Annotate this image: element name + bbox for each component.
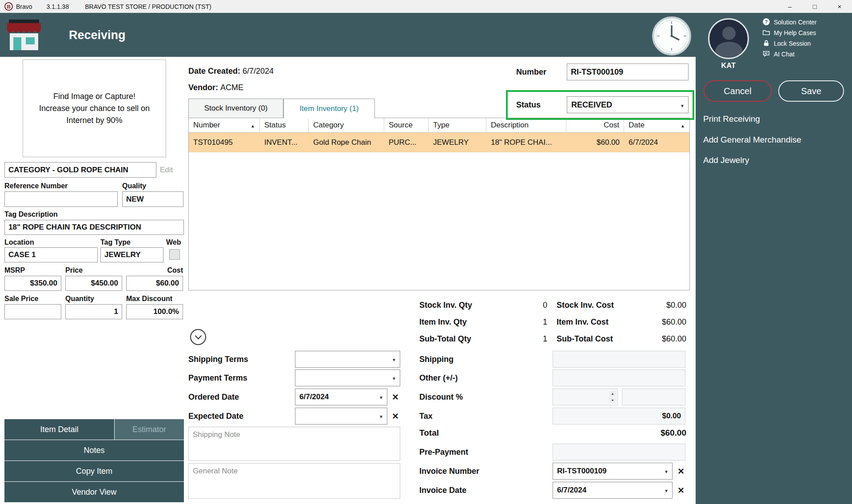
item-inv-cost-label: Item Inv. Cost (557, 317, 609, 327)
payment-terms-dropdown[interactable] (295, 369, 400, 386)
link-ai-chat[interactable]: AI Chat (762, 49, 795, 59)
tag-description-input[interactable] (4, 220, 184, 235)
sidebar-item-print-receiving[interactable]: Print Receiving (703, 114, 760, 124)
sidebar-item-add-general-merchandise[interactable]: Add General Merchandise (703, 135, 801, 145)
msrp-input[interactable] (4, 276, 61, 291)
receiving-number-input[interactable] (567, 63, 689, 80)
link-my-help-cases[interactable]: My Help Cases (762, 28, 816, 38)
status-dropdown[interactable]: RECEIVED (567, 96, 689, 113)
minimize-button[interactable]: – (777, 0, 802, 13)
shipping-note-textarea[interactable] (188, 427, 400, 461)
invoice-number-value: RI-TST000109 (557, 467, 607, 476)
clear-invoice-date-button[interactable] (676, 485, 686, 496)
quantity-input[interactable] (65, 304, 122, 319)
subtotal-qty-value: 1 (498, 334, 547, 344)
bravo-logo-icon: B (4, 2, 13, 11)
number-label: Number (516, 63, 546, 80)
link-label: My Help Cases (774, 29, 816, 36)
window-titlebar: B Bravo 3.1.1.38 BRAVO TEST STORE / PROD… (0, 0, 852, 13)
expected-date-dropdown[interactable] (295, 408, 387, 425)
column-header-source[interactable]: Source (384, 118, 429, 132)
date-created-row: Date Created: 6/7/2024 (188, 67, 274, 76)
image-capture-placeholder[interactable]: Find Image or Capture! Increase your cha… (23, 60, 166, 157)
clear-expected-date-button[interactable] (390, 411, 401, 421)
tag-type-input[interactable] (100, 247, 163, 262)
prepayment-input[interactable] (553, 444, 685, 460)
link-label: Solution Center (774, 19, 817, 26)
column-header-type[interactable]: Type (429, 118, 486, 132)
column-label: Date (629, 121, 645, 130)
discount-percent-stepper[interactable]: ▲ ▼ (553, 389, 618, 405)
other-input[interactable] (553, 369, 685, 386)
sidebar-item-add-jewelry[interactable]: Add Jewelry (703, 155, 749, 165)
item-inv-cost-value: $60.00 (635, 317, 686, 327)
cell-number: TST010495 (189, 133, 260, 152)
shipping-terms-label: Shipping Terms (188, 351, 248, 368)
location-label: Location (4, 238, 34, 246)
stock-inv-cost-value: $0.00 (635, 301, 686, 310)
tab-copy-item[interactable]: Copy Item (4, 461, 184, 481)
ordered-date-dropdown[interactable]: 6/7/2024 (295, 389, 387, 405)
link-solution-center[interactable]: ? Solution Center (762, 17, 817, 27)
tab-item-inventory[interactable]: Item Inventory (1) (283, 99, 375, 119)
chevron-down-icon (392, 355, 396, 364)
column-header-date[interactable]: Date (624, 118, 689, 132)
web-label: Web (166, 238, 181, 246)
column-header-status[interactable]: Status (260, 118, 309, 132)
tab-stock-inventory[interactable]: Stock Inventory (0) (188, 99, 283, 118)
avatar-head (722, 27, 736, 40)
chevron-down-icon (379, 393, 383, 401)
general-note-textarea[interactable] (188, 463, 400, 499)
tab-estimator[interactable]: Estimator (115, 419, 184, 440)
chevron-down-icon (195, 333, 202, 340)
avatar[interactable] (708, 18, 749, 59)
clear-ordered-date-button[interactable] (390, 392, 401, 402)
collapse-toggle-button[interactable] (190, 329, 206, 345)
shipping-terms-dropdown[interactable] (295, 351, 400, 368)
column-header-description[interactable]: Description (486, 118, 566, 132)
subtotal-cost-label: Sub-Total Cost (557, 334, 613, 344)
save-button[interactable]: Save (778, 80, 844, 102)
sort-asc-icon (251, 121, 255, 130)
chevron-down-icon (664, 486, 669, 495)
quality-input[interactable] (122, 191, 183, 207)
price-input[interactable] (65, 276, 122, 291)
invoice-date-dropdown[interactable]: 6/7/2024 (553, 482, 673, 499)
discount-amount-input[interactable] (622, 389, 685, 405)
tax-label: Tax (419, 408, 433, 425)
expected-date-label: Expected Date (188, 408, 243, 425)
max-discount-input[interactable] (126, 304, 183, 319)
invoice-date-value: 6/7/2024 (557, 486, 586, 495)
sale-price-input[interactable] (4, 304, 61, 319)
column-label: Source (389, 121, 413, 130)
tax-input[interactable] (553, 408, 685, 425)
shipping-input[interactable] (553, 351, 685, 368)
table-row[interactable]: TST010495 INVENT... Gold Rope Chain PURC… (189, 133, 689, 152)
column-header-category[interactable]: Category (309, 118, 384, 132)
close-button[interactable]: × (827, 0, 852, 13)
reference-number-input[interactable] (4, 191, 118, 207)
stepper-up-button[interactable]: ▲ (609, 391, 616, 397)
tab-vendor-view[interactable]: Vendor View (4, 482, 184, 502)
app-frame: Receiving KAT ? Solution Center My Help … (0, 13, 852, 504)
column-label: Number (193, 121, 220, 130)
main-content: Find Image or Capture! Increase your cha… (0, 57, 696, 504)
cell-status: INVENT... (260, 133, 309, 152)
cost-input[interactable] (126, 276, 183, 291)
prepayment-label: Pre-Payment (419, 444, 468, 460)
ordered-date-value: 6/7/2024 (299, 393, 329, 401)
cancel-button[interactable]: Cancel (704, 80, 772, 102)
tab-notes[interactable]: Notes (4, 440, 184, 460)
maximize-button[interactable]: □ (802, 0, 827, 13)
location-input[interactable] (4, 247, 98, 262)
column-header-cost[interactable]: Cost (566, 118, 624, 132)
clear-invoice-number-button[interactable] (676, 466, 686, 476)
edit-category-button[interactable]: Edit (160, 162, 173, 178)
tab-item-detail[interactable]: Item Detail (4, 419, 114, 440)
link-lock-session[interactable]: Lock Session (762, 39, 811, 48)
column-header-number[interactable]: Number (189, 118, 260, 132)
vendor-label: Vendor: (188, 83, 218, 92)
invoice-number-dropdown[interactable]: RI-TST000109 (553, 463, 673, 480)
web-checkbox[interactable] (169, 249, 180, 260)
stepper-down-button[interactable]: ▼ (609, 397, 616, 403)
